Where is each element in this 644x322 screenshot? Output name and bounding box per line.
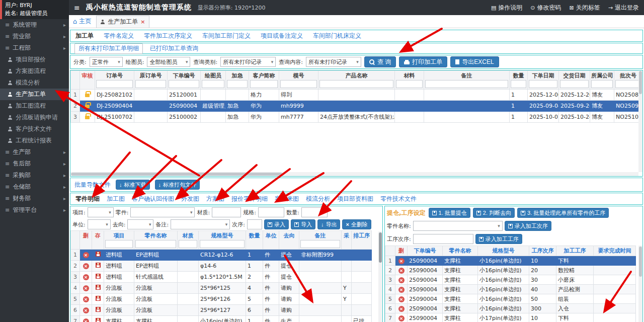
filter-select[interactable]: 全部绘图员▾	[147, 57, 190, 67]
process-batch-button-1[interactable]: 2. 判断去向	[473, 208, 515, 218]
process-row[interactable]: 7×25090004支撑柱小17pin(单边扣)10下料	[385, 313, 636, 322]
import-button[interactable]: 导入	[291, 219, 315, 229]
delete-icon[interactable]: ×	[83, 285, 89, 291]
sidebar-item-5[interactable]: 模流分析	[0, 77, 69, 89]
subtab-4[interactable]: 项目或备注定义	[261, 32, 303, 40]
part-field-select[interactable]: ▾	[88, 207, 114, 217]
orders-filter-input[interactable]	[227, 80, 248, 88]
standard-download-button[interactable]: ↓ 标准下载	[116, 180, 150, 190]
topbar-action-1[interactable]: ⊙修改密码	[530, 4, 561, 12]
save-cell[interactable]	[92, 283, 104, 294]
delete-icon[interactable]: ×	[398, 296, 405, 302]
orders-row[interactable]: 3DJ-2510070225100002加急华为mh777724点开放烫整体式(…	[71, 112, 642, 123]
orders-filter-input[interactable]	[529, 80, 557, 88]
sidebar-item-8[interactable]: 分流板请购申请	[0, 112, 69, 123]
filter-select[interactable]: 所有未打印记录▾	[306, 57, 361, 67]
parts-filter-input[interactable]	[300, 240, 340, 248]
process-row[interactable]: 2×25090004支撑柱小16pin(单边扣)20数控精	[385, 266, 636, 275]
bottab-4[interactable]: 方案图	[206, 195, 224, 203]
save-icon[interactable]	[96, 285, 101, 290]
sidebar-item-11[interactable]: ≡生产部▸	[0, 146, 69, 158]
part-field-select[interactable]: ▾	[171, 219, 230, 229]
orders-filter-input[interactable]	[202, 80, 224, 88]
delete-cell[interactable]: ×	[80, 305, 92, 316]
part-name-select[interactable]: ▾	[413, 221, 503, 231]
delete-cell[interactable]: ×	[395, 285, 408, 294]
part-field-select[interactable]: ▾	[127, 219, 153, 229]
export-excel-button[interactable]: 导出EXCEL	[450, 56, 499, 67]
sidebar-item-6[interactable]: 生产加工单	[0, 89, 69, 100]
bottab-5[interactable]: 报价零件明细	[231, 195, 268, 203]
delete-cell[interactable]: ×	[80, 316, 92, 322]
process-row[interactable]: 5×25090004支撑柱小16pin(单边扣)50组装	[385, 294, 636, 304]
orders-filter-input[interactable]	[591, 80, 613, 88]
parts-row[interactable]: 1×进料咀EP进料咀CR12-φ12-61件提仓非标附图999	[71, 250, 372, 261]
part-field-select[interactable]: ▾	[88, 219, 111, 229]
close-tab-icon[interactable]: ×	[140, 19, 145, 25]
batch-files-link[interactable]: 批量导数文件	[74, 181, 111, 189]
delete-icon[interactable]: ×	[83, 318, 89, 322]
part-field-input[interactable]	[301, 207, 328, 217]
bottab-3[interactable]: 外发图	[181, 195, 199, 203]
sidebar-item-14[interactable]: ≡仓储部▸	[0, 181, 69, 193]
delete-icon[interactable]: ×	[83, 307, 89, 313]
parts-row[interactable]: 4×分流板分流板25*96*1254件请购Y	[71, 283, 372, 294]
part-field-input[interactable]	[212, 207, 241, 217]
subtab-5[interactable]: 车间部门机床定义	[313, 32, 361, 40]
parts-row[interactable]: 7×支撑柱支撑柱小16pin(单边扣)1件生产已排	[71, 316, 372, 322]
sidebar-item-9[interactable]: 客户技术文件	[0, 123, 69, 135]
sidebar-item-4[interactable]: 方案图流程	[0, 65, 69, 77]
sidebar-item-15[interactable]: ≡财务部▸	[0, 193, 69, 204]
delete-icon[interactable]: ×	[398, 277, 405, 283]
delete-cell[interactable]: ×	[395, 304, 408, 313]
bottab-7[interactable]: 模流分析	[306, 195, 330, 203]
orders-vertical-scrollbar[interactable]	[638, 70, 642, 172]
save-cell[interactable]	[92, 294, 104, 305]
delete-icon[interactable]: ×	[398, 315, 405, 321]
subtab-3[interactable]: 车间加工部门定义	[202, 32, 251, 40]
search-button[interactable]: 查 询	[364, 56, 396, 67]
parts-row[interactable]: 3×进料咀针式感温线φ1.5*120*1.5M2件提仓	[71, 272, 372, 283]
save-icon[interactable]	[96, 318, 101, 322]
parts-row[interactable]: 5×分流板分流板25*96*1265件请购Y	[71, 294, 372, 305]
orders-filter-input[interactable]	[396, 80, 423, 88]
orders-filter-input[interactable]	[425, 80, 508, 88]
sidebar-item-13[interactable]: ≡采购部▸	[0, 170, 69, 181]
delete-icon[interactable]: ×	[83, 252, 89, 258]
sidebar-item-12[interactable]: ≡售后部▸	[0, 158, 69, 170]
delete-icon[interactable]: ×	[398, 287, 405, 293]
tab-home[interactable]: ⌂ 主页	[73, 17, 91, 28]
standard-package-button[interactable]: ↓ 标准打包文件	[155, 180, 200, 190]
sidebar-item-0[interactable]: ≡系统管理▸	[0, 19, 69, 31]
orders-filter-input[interactable]	[319, 80, 393, 88]
sidebar-item-3[interactable]: 项目部报价	[0, 54, 69, 65]
orders-filter-input[interactable]	[169, 80, 199, 88]
delete-icon[interactable]: ×	[398, 258, 405, 264]
print-order-button[interactable]: 打印加工单	[399, 56, 447, 67]
save-icon[interactable]	[96, 274, 101, 279]
subtab-0[interactable]: 加工单	[75, 32, 94, 40]
enter-sequence-button[interactable]: 录入加工次序	[505, 221, 551, 231]
bottab-6[interactable]: 客户来图	[275, 195, 299, 203]
sidebar-toggle-icon[interactable]: ≡	[74, 4, 80, 12]
orders-filter-input[interactable]	[280, 80, 317, 88]
process-row[interactable]: 6×25090004支撑柱小16pin(单边扣)300入仓	[385, 304, 636, 313]
orders-filter-input[interactable]	[250, 80, 278, 88]
topbar-action-2[interactable]: ⊠关闭标签	[570, 4, 600, 12]
delete-icon[interactable]: ×	[398, 268, 405, 274]
orders-filter-input[interactable]	[615, 80, 641, 88]
sidebar-item-1[interactable]: ≡营业部▸	[0, 31, 69, 42]
delete-cell[interactable]: ×	[80, 250, 92, 261]
enter-button[interactable]: 录入	[264, 219, 289, 229]
bottab-8[interactable]: 项目部资料图	[337, 195, 373, 203]
parts-filter-input[interactable]	[179, 240, 197, 248]
orders-horizontal-scrollbar[interactable]	[70, 172, 638, 176]
orders-filter-input[interactable]	[135, 80, 166, 88]
delete-cell[interactable]: ×	[395, 256, 408, 266]
querytab-0[interactable]: 所有未打印加工单明细	[74, 43, 143, 54]
filter-select[interactable]: 正常件▾	[90, 57, 123, 67]
save-icon[interactable]	[96, 263, 101, 268]
orders-row[interactable]: 1DJ-2508210225120001格力得到12025-12-062025-…	[71, 90, 642, 101]
save-cell[interactable]	[92, 261, 104, 272]
delete-cell[interactable]: ×	[395, 275, 408, 285]
